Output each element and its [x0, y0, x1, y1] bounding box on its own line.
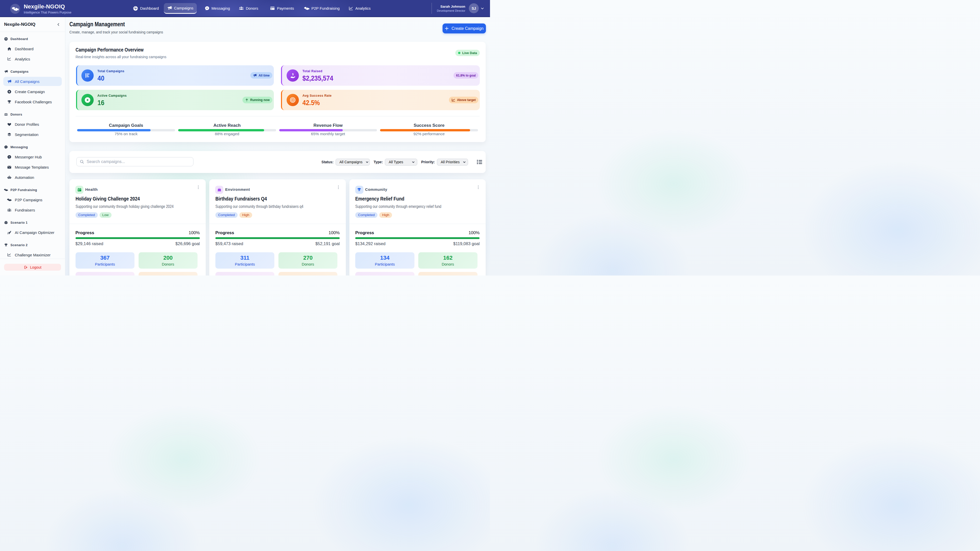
svg-text:$: $: [292, 73, 293, 76]
